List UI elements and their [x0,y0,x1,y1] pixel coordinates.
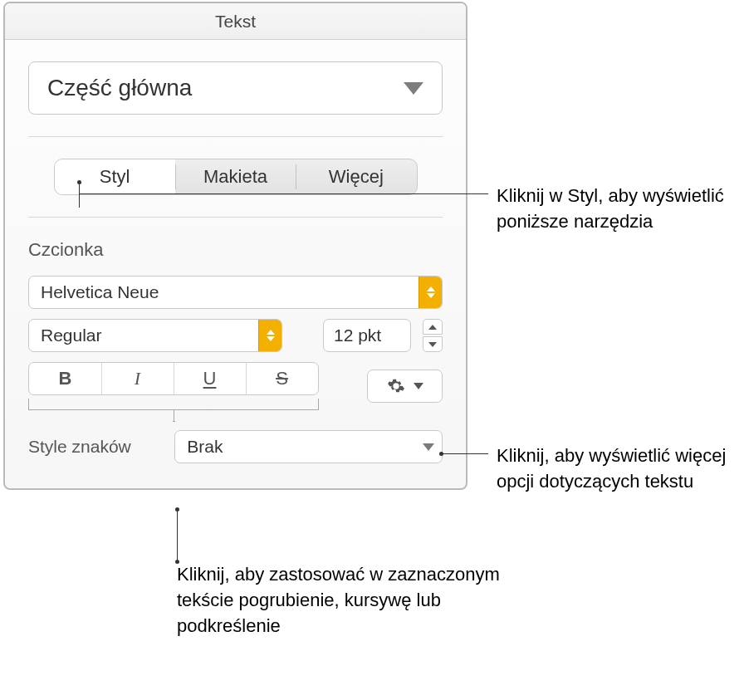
callout-gear: Kliknij, aby wyświetlić więcej opcji dot… [442,443,744,494]
advanced-options-button[interactable] [367,370,443,403]
chevron-down-icon [404,82,423,95]
strikethrough-button[interactable]: S [246,363,318,394]
callout-text: Kliknij, aby wyświetlić więcej opcji dot… [497,443,744,494]
font-section-label: Czcionka [28,239,443,261]
bold-button[interactable]: B [29,363,101,394]
font-size-step-down[interactable] [423,336,443,352]
strikethrough-icon: S [276,368,288,389]
font-variant-select[interactable]: Regular [28,319,282,352]
character-style-value: Brak [187,437,223,457]
paragraph-style-value: Część główna [47,75,192,101]
panel-body: Część główna Styl Makieta Więcej Czcionk… [5,40,466,488]
text-format-button-group: B I U S [28,362,319,395]
underline-icon: U [203,368,217,389]
font-size-step-up[interactable] [423,319,443,335]
chevron-down-icon [415,431,442,463]
bold-icon: B [59,368,72,389]
underline-button[interactable]: U [174,363,246,394]
callout-leader [177,510,178,561]
font-variant-value: Regular [41,326,102,345]
callout-style-tab: Kliknij w Styl, aby wyświetlić poniższe … [80,183,744,234]
callout-bracket [28,399,319,410]
panel-header-row: Tekst [5,3,466,40]
font-family-value: Helvetica Neue [41,282,159,302]
font-family-select[interactable]: Helvetica Neue [28,276,443,309]
italic-icon: I [135,368,140,389]
chevron-down-icon [414,383,423,389]
gear-icon [387,377,405,395]
callout-text: Kliknij, aby zastosować w zaznaczonym te… [169,561,501,639]
font-size-input[interactable]: 12 pkt [323,319,411,352]
italic-button[interactable]: I [101,363,174,394]
font-size-value: 12 pkt [334,326,381,345]
text-inspector-panel: Tekst Część główna Styl Makieta Więcej C… [3,2,467,490]
callout-text: Kliknij w Styl, aby wyświetlić poniższe … [497,183,744,234]
font-size-stepper [423,319,443,352]
dropdown-stepper-icon [258,320,281,351]
panel-title: Tekst [215,12,256,32]
callout-format-buttons: Kliknij, aby zastosować w zaznaczonym te… [169,561,501,639]
character-styles-label: Style znaków [28,437,158,457]
dropdown-stepper-icon [418,277,442,308]
paragraph-style-select[interactable]: Część główna [28,61,443,115]
character-style-select[interactable]: Brak [174,430,443,463]
divider [28,136,443,137]
